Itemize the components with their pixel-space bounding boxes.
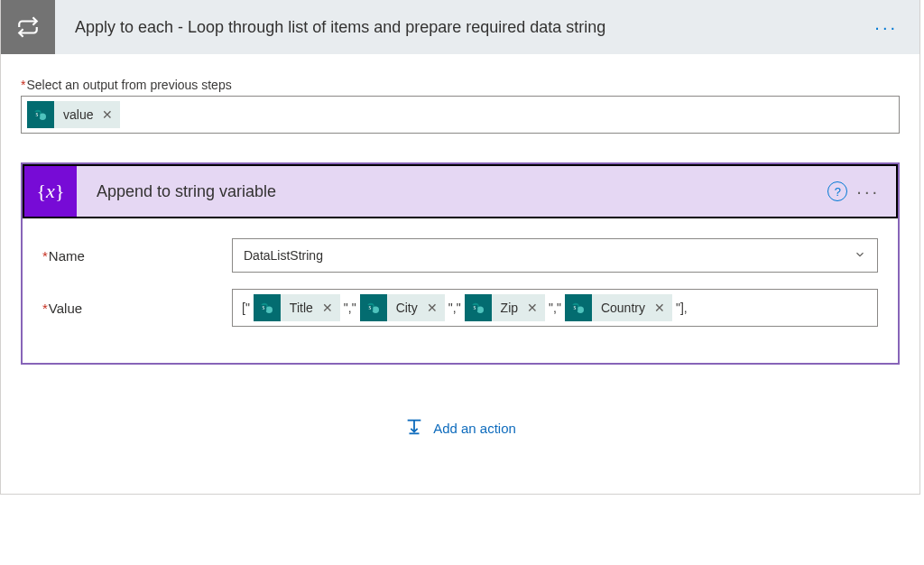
svg-point-17: [577, 307, 584, 314]
inner-card-body: *Name DataListString *Value: [23, 218, 898, 363]
svg-point-9: [372, 307, 379, 314]
card-header[interactable]: Apply to each - Loop through list of ite…: [1, 0, 919, 54]
token-label: Country: [601, 301, 645, 315]
sharepoint-icon: S: [565, 294, 592, 321]
dynamic-token[interactable]: SZip✕: [465, 294, 545, 321]
sharepoint-icon: S: [465, 294, 492, 321]
card-body: *Select an output from previous steps S …: [1, 54, 919, 494]
token-remove-button[interactable]: ✕: [427, 301, 438, 315]
literal-text: "],: [674, 301, 689, 315]
token-remove-button[interactable]: ✕: [654, 301, 665, 315]
add-action-icon: [404, 417, 424, 440]
sharepoint-icon: S: [254, 294, 281, 321]
card-title: Apply to each - Loop through list of ite…: [55, 18, 853, 37]
token-remove-button[interactable]: ✕: [102, 107, 113, 122]
token-remove-button[interactable]: ✕: [527, 301, 538, 315]
value-field-label: *Value: [42, 301, 232, 316]
name-field-label: *Name: [42, 248, 232, 264]
card-menu-button[interactable]: ···: [853, 17, 919, 38]
loop-icon: [1, 0, 55, 54]
literal-text: ",": [447, 301, 463, 315]
svg-point-13: [476, 307, 484, 314]
svg-text:S: S: [473, 305, 476, 310]
literal-text: ",": [342, 301, 358, 315]
inner-menu-button[interactable]: ···: [856, 181, 896, 202]
value-token-input[interactable]: ["STitle✕","SCity✕","SZip✕","SCountry✕"]…: [232, 289, 878, 327]
token-label: Zip: [501, 301, 518, 315]
add-action-row: Add an action: [21, 365, 900, 472]
help-button[interactable]: ?: [827, 181, 847, 201]
svg-text:S: S: [262, 305, 264, 310]
apply-to-each-card: Apply to each - Loop through list of ite…: [0, 0, 920, 495]
name-select-value: DataListString: [244, 248, 323, 263]
output-field-label: *Select an output from previous steps: [21, 78, 900, 92]
svg-point-5: [265, 307, 273, 314]
svg-point-1: [40, 114, 47, 121]
token-label: Title: [290, 301, 313, 315]
token-remove-button[interactable]: ✕: [322, 301, 333, 315]
dynamic-token[interactable]: SCity✕: [360, 294, 445, 321]
output-token-input[interactable]: S value ✕: [21, 96, 900, 134]
inner-card-title: Append to string variable: [77, 182, 827, 201]
svg-text:S: S: [573, 305, 576, 310]
svg-text:S: S: [368, 305, 371, 310]
chevron-down-icon: [854, 248, 866, 264]
inner-card-header[interactable]: {x} Append to string variable ? ···: [23, 164, 898, 218]
literal-text: [": [240, 301, 252, 315]
dynamic-token[interactable]: SCountry✕: [565, 294, 672, 321]
sharepoint-icon: S: [27, 101, 54, 128]
token-label: value: [63, 107, 93, 122]
svg-text:S: S: [35, 112, 38, 117]
sharepoint-icon: S: [360, 294, 387, 321]
variable-icon: {x}: [24, 166, 77, 217]
dynamic-token-value[interactable]: S value ✕: [27, 101, 120, 128]
name-select[interactable]: DataListString: [232, 238, 878, 273]
dynamic-token[interactable]: STitle✕: [254, 294, 340, 321]
append-to-string-card: {x} Append to string variable ? ··· *Nam…: [21, 162, 900, 365]
literal-text: ",": [547, 301, 563, 315]
token-label: City: [396, 301, 418, 315]
add-action-button[interactable]: Add an action: [433, 421, 516, 436]
